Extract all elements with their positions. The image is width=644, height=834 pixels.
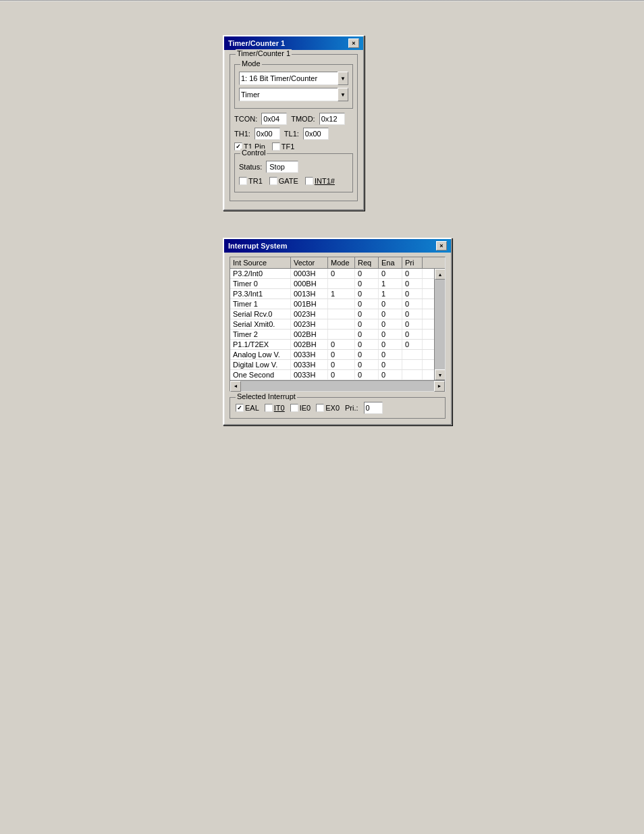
th1-tl1-row: TH1: TL1: (234, 128, 353, 140)
interrupt-dialog-body: Int Source Vector Mode Req Ena Pri P3.2/… (224, 253, 451, 424)
cell-ena: 0 (379, 350, 402, 359)
table-row: Serial Rcv.0 0023H 0 0 0 (230, 309, 445, 319)
cell-ena: 0 (379, 269, 402, 278)
cell-vector: 0033H (291, 350, 328, 359)
table-row: Serial Xmit0. 0023H 0 0 0 (230, 319, 445, 330)
tmod-input[interactable] (319, 113, 345, 125)
hscroll-left-button[interactable]: ◄ (230, 381, 241, 392)
cell-source: Timer 1 (230, 299, 291, 309)
cell-pri: 0 (402, 309, 423, 319)
tr1-label: TR1 (248, 177, 263, 185)
interrupt-system-dialog: Interrupt System × Int Source Vector Mod… (223, 238, 452, 425)
cell-ena: 0 (379, 319, 402, 329)
cell-ena: 1 (379, 279, 402, 288)
tmod-label: TMOD: (291, 115, 315, 123)
cell-vector: 0033H (291, 360, 328, 369)
cell-pri: 0 (402, 330, 423, 339)
ex0-check-item: EX0 (316, 404, 340, 412)
cell-ena: 0 (379, 360, 402, 369)
cell-pri (402, 360, 423, 369)
mode-select-wrapper: 1: 16 Bit Timer/Counter 0: 13 Bit Timer … (239, 72, 348, 85)
interrupt-dialog-title: Interrupt System (228, 242, 287, 250)
scroll-track (435, 280, 445, 369)
selected-interrupt-group: Selected Interrupt EAL IT0 IE0 (230, 397, 446, 419)
timer-counter-dialog: Timer/Counter 1 × Timer/Counter 1 Mode 1… (223, 35, 365, 211)
cell-mode (328, 319, 355, 329)
horizontal-scrollbar[interactable]: ◄ ► (230, 380, 445, 391)
cell-ena: 0 (379, 309, 402, 319)
col-header-ena: Ena (379, 257, 402, 268)
table-row: P3.2/Int0 0003H 0 0 0 0 (230, 269, 445, 279)
tf1-check-item: TF1 (272, 142, 295, 151)
cell-req: 0 (355, 370, 379, 380)
eal-label: EAL (245, 404, 259, 412)
tr1-check-item: TR1 (239, 177, 263, 185)
pri-input[interactable] (364, 402, 383, 414)
cell-source: Timer 0 (230, 279, 291, 288)
cell-pri: 0 (402, 319, 423, 329)
cell-ena: 0 (379, 370, 402, 380)
ie0-check-item: IE0 (290, 404, 311, 412)
int1-checkbox[interactable] (305, 177, 313, 185)
tl1-input[interactable] (303, 128, 329, 140)
cell-mode: 1 (328, 289, 355, 298)
vertical-scrollbar[interactable]: ▲ ▼ (434, 269, 445, 380)
scroll-down-button[interactable]: ▼ (435, 369, 445, 380)
gate-label: GATE (279, 177, 298, 185)
it0-checkbox[interactable] (265, 404, 273, 412)
cell-req: 0 (355, 279, 379, 288)
cell-source: P3.2/Int0 (230, 269, 291, 278)
cell-pri: 0 (402, 299, 423, 309)
cell-req: 0 (355, 330, 379, 339)
cell-vector: 0023H (291, 319, 328, 329)
th1-input[interactable] (254, 128, 280, 140)
timer-dialog-titlebar: Timer/Counter 1 × (224, 36, 363, 50)
cell-ena: 1 (379, 289, 402, 298)
control-checkboxes-row: TR1 GATE INT1# (239, 177, 348, 185)
hscroll-right-button[interactable]: ► (434, 381, 445, 392)
timer-close-button[interactable]: × (348, 38, 359, 48)
cell-pri: 0 (402, 279, 423, 288)
cell-source: P3.3/Int1 (230, 289, 291, 298)
cell-source: Timer 2 (230, 330, 291, 339)
tr1-checkbox[interactable] (239, 177, 247, 185)
timer-counter-group: Timer/Counter 1 Mode 1: 16 Bit Timer/Cou… (230, 54, 358, 201)
interrupt-dialog-titlebar: Interrupt System × (224, 239, 451, 253)
ie0-checkbox[interactable] (290, 404, 298, 412)
cell-mode: 0 (328, 350, 355, 359)
cell-pri: 0 (402, 340, 423, 349)
cell-vector: 000BH (291, 279, 328, 288)
tf1-checkbox[interactable] (272, 142, 280, 151)
hscroll-track (241, 381, 434, 391)
interrupt-close-button[interactable]: × (436, 241, 447, 251)
cell-mode: 0 (328, 370, 355, 380)
eal-checkbox[interactable] (236, 404, 244, 412)
ex0-checkbox[interactable] (316, 404, 324, 412)
cell-pri (402, 370, 423, 380)
interrupt-table-header: Int Source Vector Mode Req Ena Pri (230, 257, 445, 269)
cell-vector: 002BH (291, 340, 328, 349)
cell-mode (328, 309, 355, 319)
timer-counter-select[interactable]: Timer Counter (239, 88, 348, 101)
selected-interrupt-legend: Selected Interrupt (236, 392, 297, 400)
gate-checkbox[interactable] (269, 177, 277, 185)
mode-select[interactable]: 1: 16 Bit Timer/Counter 0: 13 Bit Timer … (239, 72, 348, 85)
cell-vector: 0023H (291, 309, 328, 319)
eal-check-item: EAL (236, 404, 259, 412)
cell-source: P1.1/T2EX (230, 340, 291, 349)
timer-dialog-title: Timer/Counter 1 (228, 39, 285, 47)
mode-group-legend: Mode (240, 59, 262, 68)
tl1-label: TL1: (284, 130, 299, 138)
cell-vector: 002BH (291, 330, 328, 339)
table-row: Timer 0 000BH 0 1 0 (230, 279, 445, 289)
tcon-input[interactable] (261, 113, 287, 125)
cell-source: One Second (230, 370, 291, 380)
status-label: Status: (239, 163, 262, 171)
timer-counter-select-wrapper: Timer Counter ▼ (239, 88, 348, 101)
cell-pri (402, 350, 423, 359)
scroll-up-button[interactable]: ▲ (435, 269, 445, 280)
col-header-vector: Vector (291, 257, 328, 268)
table-row: P3.3/Int1 0013H 1 0 1 0 (230, 289, 445, 299)
tcon-tmod-row: TCON: TMOD: (234, 113, 353, 125)
timer-dialog-body: Timer/Counter 1 Mode 1: 16 Bit Timer/Cou… (224, 50, 363, 209)
